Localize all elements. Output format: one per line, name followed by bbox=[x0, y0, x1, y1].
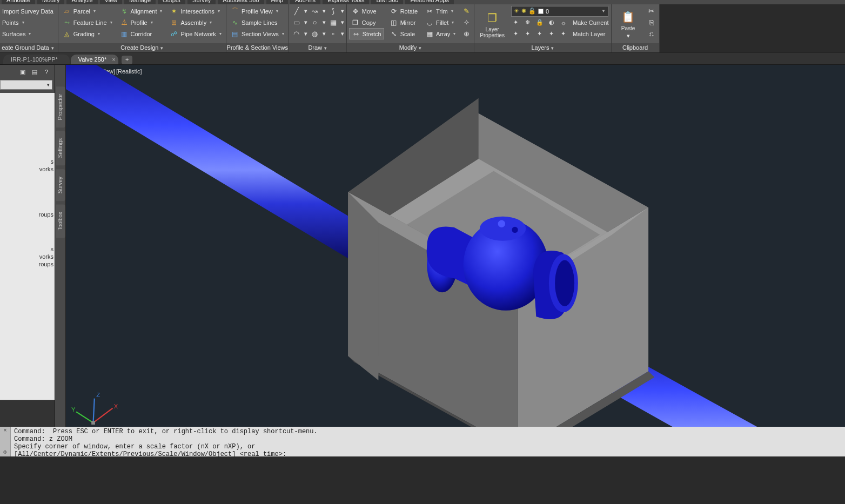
layer-b-icon[interactable]: ✦ bbox=[523, 29, 533, 39]
explode-icon[interactable]: ✧ bbox=[461, 17, 472, 28]
menu-modify[interactable]: Modify bbox=[37, 0, 64, 4]
menu-express[interactable]: Express Tools bbox=[323, 0, 369, 4]
panel-layers-title[interactable]: Layers▾ bbox=[474, 43, 611, 52]
menu-survey[interactable]: Survey bbox=[187, 0, 216, 4]
tab-survey[interactable]: Survey bbox=[56, 169, 65, 201]
menu-view[interactable]: View bbox=[100, 0, 123, 4]
layer-off-icon[interactable]: ◐ bbox=[547, 18, 556, 28]
layer-properties-button[interactable]: ❒ Layer Properties bbox=[477, 5, 508, 43]
fillet-button[interactable]: ◡ Fillet▾ bbox=[423, 17, 458, 28]
tree-item[interactable]: s bbox=[0, 245, 53, 253]
offset-icon[interactable]: ⊕ bbox=[461, 28, 472, 39]
import-survey-data-button[interactable]: Import Survey Data bbox=[0, 5, 56, 17]
close-icon[interactable]: × bbox=[112, 57, 115, 63]
tree-item[interactable]: roups bbox=[0, 260, 53, 268]
tree-item[interactable]: roups bbox=[0, 211, 53, 218]
command-handle[interactable]: × ⚙ bbox=[0, 427, 11, 456]
profile-button[interactable]: ⏃ Profile▾ bbox=[118, 17, 165, 28]
section-views-button[interactable]: ▤ Section Views▾ bbox=[229, 28, 286, 39]
grading-button[interactable]: ◬ Grading▾ bbox=[61, 28, 115, 39]
array-button[interactable]: ▦ Array▾ bbox=[423, 28, 458, 39]
move-button[interactable]: ✥ Move bbox=[349, 5, 384, 17]
ring-icon[interactable]: ◍ bbox=[310, 29, 320, 39]
menu-bim360[interactable]: BIM 360 bbox=[371, 0, 403, 4]
tree-item[interactable]: vorks bbox=[0, 253, 53, 260]
toolspace-view-select[interactable]: ▾ bbox=[0, 80, 52, 90]
menubar[interactable]: Annotate Modify Analyze View Manage Outp… bbox=[0, 0, 845, 4]
rect-icon[interactable]: ▭ bbox=[291, 17, 302, 28]
feature-line-button[interactable]: ⤳ Feature Line▾ bbox=[61, 17, 115, 28]
layer-e-icon[interactable]: ✦ bbox=[559, 29, 568, 39]
menu-output[interactable]: Output bbox=[158, 0, 185, 4]
model-view[interactable]: X Y Z bbox=[66, 65, 845, 427]
sample-lines-button[interactable]: ∿ Sample Lines bbox=[229, 17, 286, 28]
layer-a-icon[interactable]: ✦ bbox=[511, 29, 521, 39]
line-icon[interactable]: ╱ bbox=[291, 6, 302, 17]
cut-icon[interactable]: ✂ bbox=[646, 5, 657, 17]
tree-item[interactable]: vorks bbox=[0, 165, 53, 173]
trim-button[interactable]: ✂ Trim▾ bbox=[423, 5, 458, 17]
menu-analyze[interactable]: Analyze bbox=[66, 0, 97, 4]
make-current-button[interactable]: Make Current bbox=[573, 19, 609, 26]
corridor-button[interactable]: ▥ Corridor bbox=[118, 28, 165, 39]
scale-button[interactable]: ⤡ Scale bbox=[387, 28, 420, 39]
toolspace-icon-b[interactable]: ▤ bbox=[30, 67, 39, 77]
assembly-button[interactable]: ⊞ Assembly▾ bbox=[167, 17, 223, 28]
polyline-icon[interactable]: ↝ bbox=[310, 6, 320, 17]
command-history[interactable]: Command: Press ESC or ENTER to exit, or … bbox=[11, 427, 845, 456]
match-layer-button[interactable]: Match Layer bbox=[573, 31, 606, 37]
points-button[interactable]: Points▾ bbox=[0, 17, 56, 28]
menu-help[interactable]: Help bbox=[266, 0, 289, 4]
intersections-button[interactable]: ✶ Intersections▾ bbox=[167, 5, 223, 17]
viewport[interactable]: [–] [Custom View] [Realistic] ▧ bbox=[66, 65, 845, 427]
menu-addins[interactable]: Add-Ins bbox=[290, 0, 320, 4]
menu-autodesk360[interactable]: Autodesk 360 bbox=[218, 0, 264, 4]
alignment-button[interactable]: ↯ Alignment▾ bbox=[118, 5, 165, 17]
new-tab-button[interactable]: + bbox=[122, 56, 132, 64]
layer-on-icon[interactable]: ☼ bbox=[559, 18, 568, 28]
tab-valve[interactable]: Valve 250* × bbox=[71, 55, 118, 64]
layer-lock-icon[interactable]: 🔒 bbox=[535, 18, 545, 28]
command-line[interactable]: × ⚙ Command: Press ESC or ENTER to exit,… bbox=[0, 427, 845, 456]
panel-clipboard-title[interactable]: Clipboard bbox=[612, 43, 659, 52]
toolspace-tree[interactable]: s vorks roups s vorks roups bbox=[0, 93, 55, 400]
paste-spec-icon[interactable]: ⎌ bbox=[646, 28, 657, 39]
tab-irr[interactable]: IRR-P1-100%PP* bbox=[3, 55, 70, 64]
ellipse-icon[interactable]: ◠ bbox=[291, 29, 302, 39]
tree-item[interactable]: s bbox=[0, 158, 53, 165]
profile-view-button[interactable]: ⌒ Profile View▾ bbox=[229, 5, 286, 17]
circle-icon[interactable]: ○ bbox=[310, 17, 320, 28]
panel-modify-title[interactable]: Modify▾ bbox=[347, 43, 474, 52]
point-icon[interactable]: ▫ bbox=[328, 29, 339, 39]
panel-draw-title[interactable]: Draw▾ bbox=[289, 43, 346, 52]
parcel-button[interactable]: ▱ Parcel▾ bbox=[61, 5, 115, 17]
panel-profile-title[interactable]: Profile & Section Views bbox=[226, 43, 289, 52]
layer-d-icon[interactable]: ✦ bbox=[547, 29, 556, 39]
toolspace-icon-a[interactable]: ▣ bbox=[18, 67, 28, 77]
rotate-button[interactable]: ⟳ Rotate bbox=[387, 5, 420, 17]
tab-toolbox[interactable]: Toolbox bbox=[56, 204, 65, 238]
copy-clip-icon[interactable]: ⎘ bbox=[646, 17, 657, 28]
menu-featured[interactable]: Featured Apps bbox=[405, 0, 454, 4]
paste-button[interactable]: 📋 Paste ▾ bbox=[614, 5, 643, 43]
menu-manage[interactable]: Manage bbox=[124, 0, 156, 4]
surfaces-button[interactable]: Surfaces▾ bbox=[0, 28, 56, 39]
stretch-button[interactable]: ⇿ Stretch bbox=[349, 28, 384, 39]
copy-button[interactable]: ❐ Copy bbox=[349, 17, 384, 28]
panel-design-title[interactable]: Create Design▾ bbox=[58, 43, 226, 52]
arc-icon[interactable]: ⟆ bbox=[328, 6, 339, 17]
help-icon[interactable]: ? bbox=[42, 67, 51, 77]
hatch-icon[interactable]: ▦ bbox=[328, 17, 339, 28]
pipe-network-button[interactable]: ☍ Pipe Network▾ bbox=[167, 28, 223, 39]
wrench-icon[interactable]: ⚙ bbox=[3, 449, 6, 455]
layer-iso-icon[interactable]: ✦ bbox=[511, 18, 521, 28]
layer-select[interactable]: ☀ ✺ 🔓 0 ▼ bbox=[511, 6, 608, 17]
erase-icon[interactable]: ✎ bbox=[461, 5, 472, 17]
tab-settings[interactable]: Settings bbox=[56, 131, 65, 165]
layer-freeze-icon[interactable]: ❄ bbox=[523, 18, 533, 28]
panel-ground-title[interactable]: eate Ground Data▾ bbox=[0, 43, 58, 52]
menu-annotate[interactable]: Annotate bbox=[2, 0, 35, 4]
mirror-button[interactable]: ◫ Mirror bbox=[387, 17, 420, 28]
close-icon[interactable]: × bbox=[3, 428, 6, 434]
tab-prospector[interactable]: Prospector bbox=[56, 86, 65, 127]
